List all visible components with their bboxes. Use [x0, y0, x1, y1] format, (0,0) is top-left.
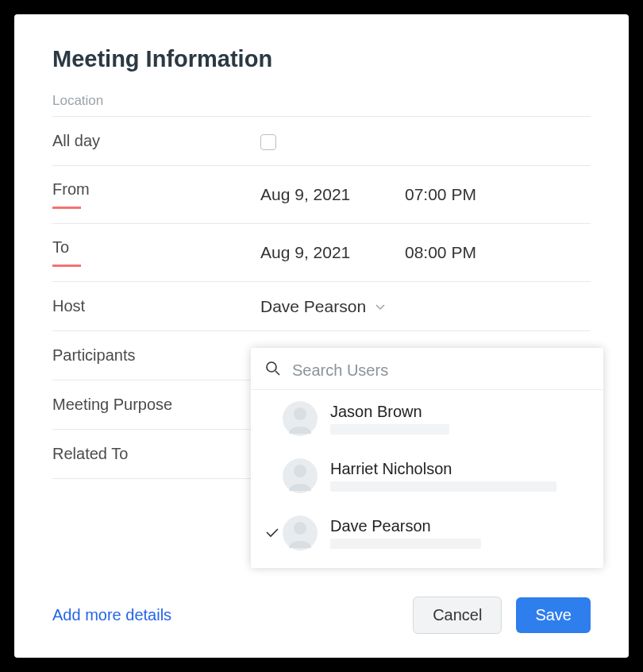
svg-point-4 [294, 522, 306, 535]
location-label: Location [52, 93, 260, 109]
user-dropdown: Jason Brown Harriet Nicholson Dave Pears… [251, 348, 603, 568]
user-row[interactable]: Jason Brown [251, 390, 603, 447]
host-label: Host [52, 297, 260, 315]
host-dropdown[interactable]: Dave Pearson [260, 297, 385, 316]
avatar [283, 458, 318, 493]
search-input[interactable] [292, 361, 589, 380]
svg-point-2 [294, 407, 306, 420]
to-row: To Aug 9, 2021 08:00 PM [52, 224, 591, 282]
location-row[interactable]: Location [52, 88, 591, 117]
save-button[interactable]: Save [516, 597, 591, 633]
allday-checkbox[interactable] [260, 134, 276, 150]
avatar [283, 516, 318, 550]
host-value: Dave Pearson [260, 297, 366, 316]
required-marker [52, 265, 81, 267]
related-label: Related To [52, 445, 260, 463]
from-row: From Aug 9, 2021 07:00 PM [52, 166, 591, 224]
search-icon [265, 361, 281, 380]
participants-label: Participants [52, 346, 260, 365]
modal-title: Meeting Information [52, 46, 591, 72]
required-marker [52, 207, 81, 209]
user-sub [330, 424, 449, 434]
from-label: From [52, 180, 260, 199]
search-row [251, 354, 603, 390]
modal-footer: Add more details Cancel Save [52, 597, 591, 634]
user-name: Dave Pearson [330, 517, 589, 535]
from-date[interactable]: Aug 9, 2021 [260, 185, 405, 204]
user-row[interactable]: Harriet Nicholson [251, 447, 603, 504]
user-row[interactable]: Dave Pearson [251, 504, 603, 562]
svg-point-0 [267, 362, 276, 372]
svg-line-1 [275, 371, 279, 375]
allday-row: All day [52, 117, 591, 166]
to-date[interactable]: Aug 9, 2021 [260, 243, 405, 262]
purpose-label: Meeting Purpose [52, 396, 260, 414]
avatar [283, 401, 318, 436]
check-icon [262, 528, 283, 538]
allday-label: All day [52, 132, 260, 150]
svg-point-3 [294, 465, 306, 477]
user-sub [330, 481, 556, 492]
to-time[interactable]: 08:00 PM [405, 243, 476, 262]
cancel-button[interactable]: Cancel [413, 597, 502, 634]
from-time[interactable]: 07:00 PM [405, 185, 476, 204]
host-row: Host Dave Pearson [52, 282, 591, 331]
user-sub [330, 539, 481, 549]
user-name: Harriet Nicholson [330, 460, 589, 478]
to-label: To [52, 238, 260, 257]
caret-down-icon [375, 299, 385, 314]
user-name: Jason Brown [330, 403, 589, 421]
add-more-link[interactable]: Add more details [52, 606, 171, 624]
